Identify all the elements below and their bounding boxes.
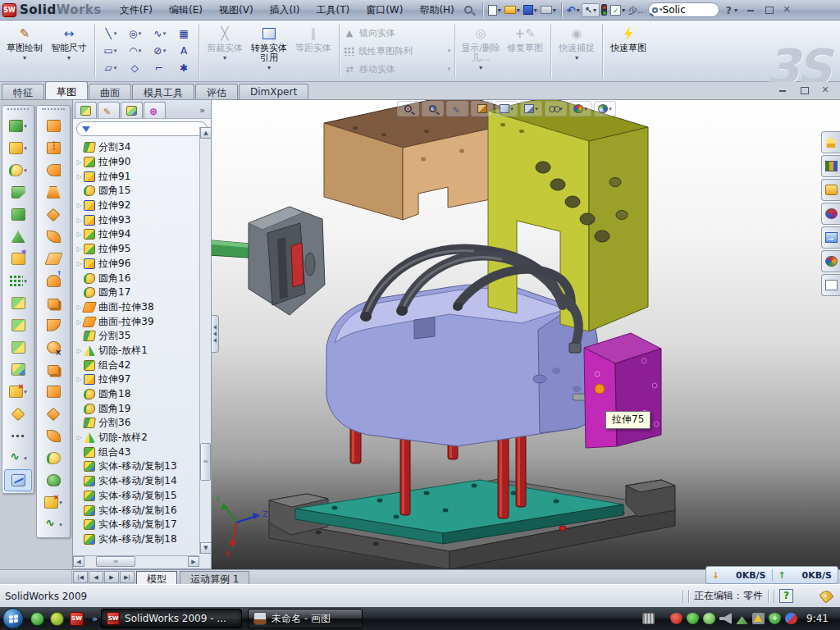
taskbar-task-button[interactable]: SW SolidWorks 2009 - ... bbox=[101, 609, 242, 628]
volume-tray-icon[interactable] bbox=[719, 613, 732, 624]
toolbar-button[interactable]: ▾ bbox=[2, 447, 34, 469]
options-button[interactable]: ✓▾ bbox=[609, 3, 627, 17]
toolbar-button[interactable]: ▾ bbox=[37, 226, 70, 248]
minimize-button[interactable] bbox=[744, 4, 757, 16]
tree-item[interactable]: ▷ 圆角19 bbox=[75, 401, 199, 416]
start-button[interactable] bbox=[2, 608, 24, 629]
help-button[interactable]: ?▾ bbox=[723, 2, 740, 18]
doc-restore-button[interactable] bbox=[797, 84, 810, 96]
toolbar-button[interactable]: ▾ bbox=[37, 491, 70, 514]
toolbar-button[interactable]: ▾ bbox=[2, 292, 34, 314]
toolbar-button[interactable]: ▾ bbox=[37, 514, 70, 536]
hud-button[interactable]: ▾ bbox=[569, 101, 591, 116]
tree-item[interactable]: ▷ 切除-放样2 bbox=[75, 431, 199, 445]
tree-item[interactable]: ▷ 组合42 bbox=[75, 358, 199, 372]
expand-arrow-icon[interactable]: ▷ bbox=[75, 376, 84, 383]
panel-splitter-handle[interactable] bbox=[212, 315, 219, 353]
tree-item[interactable]: ▷ 拉伸97 bbox=[75, 372, 199, 387]
doc-close-button[interactable]: ✕ bbox=[819, 84, 832, 96]
menu-item[interactable]: 视图(V) bbox=[212, 1, 260, 20]
search-input[interactable] bbox=[663, 4, 712, 16]
expand-arrow-icon[interactable]: ▷ bbox=[75, 260, 84, 267]
rebuild-button[interactable] bbox=[600, 2, 609, 17]
tree-filter-input[interactable] bbox=[94, 124, 210, 134]
hud-button[interactable]: ▾ bbox=[397, 101, 419, 116]
ribbon-tab[interactable]: 特征 bbox=[2, 84, 44, 99]
toolbar-button[interactable]: ▾ bbox=[37, 270, 70, 292]
tree-item[interactable]: ▷ 圆角16 bbox=[75, 271, 199, 285]
tag-icon[interactable] bbox=[819, 588, 833, 603]
tree-item[interactable]: ▷ 圆角18 bbox=[75, 387, 199, 402]
task-pane-tab[interactable] bbox=[821, 131, 840, 153]
tree-item[interactable]: ▷ 切除-放样1 bbox=[75, 344, 199, 358]
tree-vertical-scrollbar[interactable]: ▲ ≡ ▼ bbox=[199, 127, 211, 554]
toolbar-grip[interactable] bbox=[7, 108, 29, 112]
offset-entities-button[interactable]: ∥ 等距实体 bbox=[291, 23, 336, 79]
hud-button[interactable]: ▾ bbox=[422, 101, 444, 116]
menu-item[interactable]: 编辑(E) bbox=[162, 1, 209, 20]
toolbar-button[interactable]: ▾ bbox=[37, 336, 70, 358]
move-entities-button[interactable]: ⇄ 移动实体▾ bbox=[344, 61, 450, 77]
tree-item[interactable]: ▷ 拉伸94 bbox=[75, 227, 199, 242]
toolbar-button[interactable]: ▾ bbox=[37, 469, 70, 491]
undo-button[interactable]: ↶▾ bbox=[565, 3, 582, 17]
rapid-sketch-button[interactable]: 快速草图 bbox=[606, 23, 651, 79]
slot-icon[interactable]: ▱ ▾ bbox=[98, 60, 122, 77]
antivirus-tray-icon[interactable] bbox=[670, 613, 682, 624]
new-document-button[interactable]: ▾ bbox=[486, 3, 503, 17]
expand-arrow-icon[interactable]: ▷ bbox=[75, 434, 84, 441]
app-quick-icon[interactable] bbox=[50, 612, 64, 626]
print-button[interactable]: ▾ bbox=[539, 4, 558, 16]
expand-arrow-icon[interactable]: ▷ bbox=[75, 173, 84, 180]
ribbon-tab[interactable]: 草图 bbox=[45, 81, 88, 99]
convert-entities-button[interactable]: 转换实体引用▾ bbox=[247, 23, 291, 79]
3d-model-canvas[interactable]: Y Z X bbox=[212, 100, 840, 569]
scrollbar-thumb[interactable]: ≡ bbox=[200, 443, 211, 481]
status-help-button[interactable]: ? bbox=[779, 589, 793, 603]
toolbar-button[interactable]: ▾ bbox=[37, 425, 70, 447]
tree-item[interactable]: ▷ 拉伸95 bbox=[75, 242, 199, 257]
expand-arrow-icon[interactable]: ▷ bbox=[75, 245, 84, 253]
scroll-up-arrow[interactable]: ▲ bbox=[200, 127, 212, 139]
tree-item[interactable]: ▷ 分割35 bbox=[75, 329, 199, 344]
menu-item[interactable]: 插入(I) bbox=[263, 1, 307, 20]
first-frame-button[interactable]: |◀ bbox=[73, 571, 88, 583]
toolbar-overflow[interactable]: 少.. bbox=[628, 4, 643, 16]
menu-item[interactable]: 帮助(H) bbox=[413, 1, 460, 20]
close-button[interactable]: ✕ bbox=[780, 4, 793, 16]
tree-item[interactable]: ▷ 分割34 bbox=[75, 140, 199, 155]
toolbar-button[interactable]: ▾ bbox=[37, 181, 70, 203]
circle-icon[interactable]: ◎ ▾ bbox=[122, 25, 147, 43]
panel-chevron-icon[interactable]: » bbox=[195, 105, 209, 118]
toolbar-button[interactable]: ▾ bbox=[37, 115, 70, 137]
ellipse-icon[interactable]: ⊘ ▾ bbox=[147, 43, 171, 60]
manager-tab[interactable] bbox=[121, 102, 143, 118]
toolbar-grip[interactable] bbox=[42, 108, 65, 112]
taskbar-task-button[interactable]: 未命名 - 画图 bbox=[248, 609, 363, 628]
toolbar-button[interactable]: ▾ bbox=[37, 159, 70, 181]
scrollbar-thumb[interactable]: ≡ bbox=[96, 556, 135, 567]
expand-arrow-icon[interactable]: ▷ bbox=[75, 231, 84, 238]
tree-item[interactable]: ▷ 实体-移动/复制15 bbox=[75, 489, 199, 504]
smart-dimension-button[interactable]: ↔ 智能尺寸▾ bbox=[47, 23, 91, 79]
tree-item[interactable]: ▷ 曲面-拉伸39 bbox=[75, 314, 199, 329]
toolbar-button[interactable]: ▾ bbox=[2, 137, 34, 159]
hud-button[interactable]: ▾ bbox=[545, 101, 567, 116]
defender-tray-icon[interactable] bbox=[769, 613, 781, 624]
toolbar-button[interactable]: ▾ bbox=[2, 403, 34, 425]
expand-arrow-icon[interactable]: ▷ bbox=[75, 217, 84, 224]
toolbar-button[interactable]: ▾ bbox=[37, 137, 70, 159]
toolbar-button[interactable]: ▾ bbox=[4, 469, 32, 491]
graphics-viewport[interactable]: Y Z X ▾ ▾ bbox=[212, 100, 840, 569]
open-button[interactable]: ▾ bbox=[503, 4, 522, 16]
sketch-fillet-icon[interactable]: ⌐ ▾ bbox=[147, 60, 171, 77]
manager-tab[interactable] bbox=[75, 102, 97, 118]
ribbon-tab[interactable]: DimXpert bbox=[239, 84, 308, 99]
security-tray-icon[interactable] bbox=[687, 613, 699, 624]
point-icon[interactable]: ✱ ▾ bbox=[171, 60, 196, 77]
sketch-button[interactable]: ✎ 草图绘制▾ bbox=[2, 23, 47, 79]
alert-tray-icon[interactable] bbox=[752, 613, 765, 624]
tree-item[interactable]: ▷ 圆角17 bbox=[75, 285, 199, 300]
repair-sketch-button[interactable]: +✎ 修复草图 bbox=[503, 23, 547, 79]
toolbar-button[interactable]: ▾ bbox=[2, 159, 34, 181]
